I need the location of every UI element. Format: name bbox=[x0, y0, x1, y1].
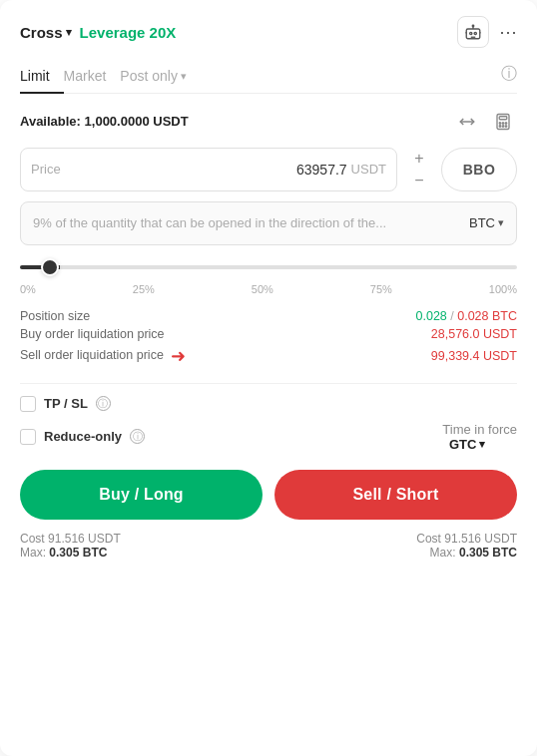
tab-postonly[interactable]: Post only ▾ bbox=[120, 62, 201, 94]
svg-point-3 bbox=[472, 25, 474, 27]
sell-cost-amount: 91.516 USDT bbox=[444, 532, 517, 546]
price-input-box[interactable]: Price 63957.7 USDT bbox=[20, 148, 397, 191]
bbo-button[interactable]: BBO bbox=[441, 148, 517, 191]
calculator-icon[interactable] bbox=[489, 108, 517, 136]
slider-label-75: 75% bbox=[370, 283, 392, 295]
price-label: Price bbox=[31, 162, 61, 177]
reduce-only-info-icon[interactable]: ⓘ bbox=[130, 429, 145, 444]
price-decrement-btn[interactable]: − bbox=[405, 170, 433, 191]
svg-point-7 bbox=[502, 122, 504, 124]
postonly-chevron-icon: ▾ bbox=[181, 70, 187, 83]
svg-point-10 bbox=[502, 125, 504, 127]
slider-label-50: 50% bbox=[252, 283, 273, 295]
position-size-value: 0.028 / 0.028 BTC bbox=[416, 309, 517, 323]
price-value: 63957.7 bbox=[69, 162, 347, 178]
buy-cost-label: Cost bbox=[20, 532, 45, 546]
buy-long-button[interactable]: Buy / Long bbox=[20, 470, 263, 520]
robot-icon-btn[interactable] bbox=[457, 16, 489, 48]
tif-value-selector[interactable]: GTC ▾ bbox=[442, 437, 517, 452]
position-size-red: 0.028 BTC bbox=[457, 309, 517, 323]
position-size-label: Position size bbox=[20, 309, 90, 323]
header-left: Cross ▾ Leverage 20X bbox=[20, 24, 176, 41]
buy-cost-block: Cost 91.516 USDT Max: 0.305 BTC bbox=[20, 532, 121, 560]
tpsl-info-icon[interactable]: ⓘ bbox=[96, 396, 111, 411]
tabs: Limit Market Post only ▾ ⓘ bbox=[20, 62, 517, 94]
available-text: Available: 1,000.0000 USDT bbox=[20, 114, 189, 129]
sell-liquidation-arrow-icon: ➜ bbox=[171, 345, 186, 367]
quantity-unit-selector[interactable]: BTC ▾ bbox=[469, 215, 504, 230]
available-row: Available: 1,000.0000 USDT bbox=[20, 108, 517, 136]
header-icons: ⋯ bbox=[457, 16, 517, 48]
sell-liquidation-label: Sell order liquidation price ➜ bbox=[20, 345, 186, 367]
action-buttons: Buy / Long Sell / Short bbox=[20, 470, 517, 520]
tpsl-label: TP / SL bbox=[44, 396, 88, 411]
header: Cross ▾ Leverage 20X ⋯ bbox=[20, 16, 517, 48]
tpsl-checkbox[interactable] bbox=[20, 396, 36, 412]
divider-1 bbox=[20, 383, 517, 384]
cost-row: Cost 91.516 USDT Max: 0.305 BTC Cost 91.… bbox=[20, 532, 517, 560]
buy-liquidation-value: 28,576.0 USDT bbox=[431, 327, 517, 341]
sell-liquidation-value: 99,339.4 USDT bbox=[431, 349, 517, 363]
sell-liquidation-row: Sell order liquidation price ➜ 99,339.4 … bbox=[20, 345, 517, 367]
svg-point-11 bbox=[505, 125, 507, 127]
svg-point-6 bbox=[499, 122, 501, 124]
buy-cost-amount: 91.516 USDT bbox=[48, 532, 121, 546]
slider-thumb[interactable] bbox=[41, 258, 59, 276]
more-options-icon[interactable]: ⋯ bbox=[499, 21, 517, 43]
sell-short-button[interactable]: Sell / Short bbox=[274, 470, 517, 520]
svg-rect-5 bbox=[499, 116, 507, 119]
slider-label-25: 25% bbox=[133, 283, 155, 295]
slider-track bbox=[20, 265, 517, 269]
svg-point-2 bbox=[474, 32, 476, 34]
tif-value: GTC bbox=[449, 437, 476, 452]
sell-max-label: Max: bbox=[430, 546, 456, 560]
price-unit: USDT bbox=[351, 162, 386, 177]
slider-label-0: 0% bbox=[20, 283, 36, 295]
svg-point-8 bbox=[505, 122, 507, 124]
quantity-row[interactable]: 9% of the quantity that can be opened in… bbox=[20, 201, 517, 245]
tabs-info-icon[interactable]: ⓘ bbox=[501, 64, 517, 91]
slider-label-100: 100% bbox=[489, 283, 517, 295]
slider-labels: 0% 25% 50% 75% 100% bbox=[20, 283, 517, 295]
tif-label: Time in force GTC ▾ bbox=[442, 422, 517, 452]
reduce-only-checkbox[interactable] bbox=[20, 429, 36, 445]
buy-max-value: 0.305 BTC bbox=[49, 546, 107, 560]
available-icons bbox=[453, 108, 517, 136]
transfer-icon[interactable] bbox=[453, 108, 481, 136]
sell-cost-label: Cost bbox=[416, 532, 441, 546]
reduce-row: Reduce-only ⓘ Time in force GTC ▾ bbox=[20, 422, 517, 452]
slider-track-wrapper[interactable] bbox=[20, 257, 517, 277]
buy-max-label: Max: bbox=[20, 546, 46, 560]
tab-limit[interactable]: Limit bbox=[20, 62, 64, 94]
price-increment-btn[interactable]: + bbox=[405, 148, 433, 170]
slider-container: 0% 25% 50% 75% 100% bbox=[20, 257, 517, 295]
leverage-label[interactable]: Leverage 20X bbox=[80, 24, 177, 41]
available-label: Available: bbox=[20, 114, 81, 129]
position-info-section: Position size 0.028 / 0.028 BTC Buy orde… bbox=[20, 309, 517, 367]
reduce-only-label: Reduce-only bbox=[44, 429, 122, 444]
svg-point-1 bbox=[470, 32, 472, 34]
tpsl-row: TP / SL ⓘ bbox=[20, 396, 517, 412]
price-row: Price 63957.7 USDT + − BBO bbox=[20, 148, 517, 191]
position-size-row: Position size 0.028 / 0.028 BTC bbox=[20, 309, 517, 323]
tab-market[interactable]: Market bbox=[64, 62, 121, 94]
cross-selector[interactable]: Cross ▾ bbox=[20, 24, 72, 41]
quantity-unit-label: BTC bbox=[469, 215, 495, 230]
sell-cost-block: Cost 91.516 USDT Max: 0.305 BTC bbox=[416, 532, 517, 560]
plus-minus-controls: + − bbox=[405, 148, 433, 191]
quantity-chevron-icon: ▾ bbox=[498, 216, 504, 229]
cross-label: Cross bbox=[20, 24, 63, 41]
svg-point-9 bbox=[499, 125, 501, 127]
position-size-green: 0.028 bbox=[416, 309, 447, 323]
tab-postonly-label: Post only bbox=[120, 68, 178, 84]
tif-chevron-icon: ▾ bbox=[479, 438, 485, 451]
buy-liquidation-row: Buy order liquidation price 28,576.0 USD… bbox=[20, 327, 517, 341]
cross-chevron-icon: ▾ bbox=[66, 26, 72, 39]
quantity-placeholder: 9% of the quantity that can be opened in… bbox=[33, 215, 469, 230]
available-value: 1,000.0000 USDT bbox=[85, 114, 189, 129]
buy-liquidation-label: Buy order liquidation price bbox=[20, 327, 165, 341]
sell-max-value: 0.305 BTC bbox=[459, 546, 517, 560]
